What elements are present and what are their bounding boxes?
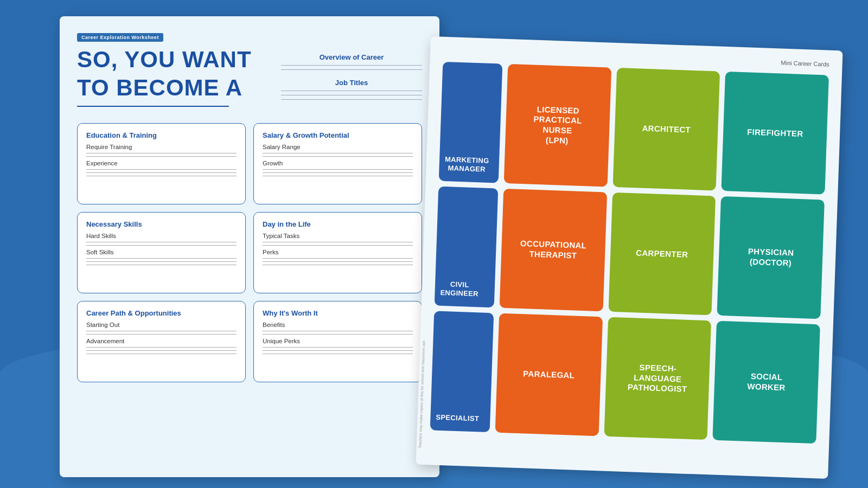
card-daylife: Day in the Life Typical Tasks Perks: [253, 212, 422, 293]
card-education-sub1: Require Training: [86, 144, 237, 150]
card-lpn: LICENSEDPRACTICALNURSE(LPN): [504, 64, 611, 187]
card-career-sub1: Starting Out: [86, 322, 237, 328]
card-occupational-therapist: OCCUPATIONALTHERAPIST: [500, 189, 607, 312]
card-daylife-line1: [263, 242, 413, 242]
card-daylife-line2: [263, 245, 413, 246]
card-speech-language: SPEECH-LANGUAGEPATHOLOGIST: [604, 317, 711, 440]
overview-section: Overview of Career Job Titles: [281, 53, 422, 104]
overview-label: Overview of Career: [281, 53, 422, 61]
worksheet-badge: Career Exploration Worksheet: [77, 33, 163, 42]
card-skills: Necessary Skills Hard Skills Soft Skills: [77, 212, 246, 293]
card-education-sub2: Experience: [86, 160, 237, 166]
job-title-line2: [281, 95, 422, 95]
card-education-line3: [86, 169, 237, 170]
watermark-text: Teachers may make copies of this for sch…: [418, 340, 425, 448]
card-salary-line4: [263, 172, 413, 173]
job-title-line3: [281, 99, 422, 100]
worksheet-paper: Career Exploration Worksheet SO, YOU WAN…: [60, 16, 439, 477]
card-career-sub2: Advancement: [86, 338, 237, 344]
card-worthit-sub2: Unique Perks: [263, 338, 413, 344]
card-worthit-line2: [263, 334, 413, 335]
card-salary-sub2: Growth: [263, 160, 413, 166]
card-skills-sub1: Hard Skills: [86, 233, 237, 239]
card-worthit: Why It's Worth It Benefits Unique Perks: [253, 301, 422, 382]
card-daylife-line4: [263, 261, 413, 262]
card-education-line1: [86, 153, 237, 153]
card-worthit-title: Why It's Worth It: [263, 309, 413, 317]
card-paralegal: PARALEGAL: [495, 313, 603, 436]
card-education-line4: [86, 172, 237, 173]
card-salary-line5: [263, 176, 413, 176]
card-salary: Salary & Growth Potential Salary Range G…: [253, 123, 422, 204]
card-skills-line4: [86, 261, 237, 262]
card-career: Career Path & Opportunities Starting Out…: [77, 301, 246, 382]
card-skills-line5: [86, 265, 237, 265]
card-worthit-line4: [263, 350, 413, 351]
overview-line2: [281, 69, 422, 70]
worksheet-grid: Education & Training Require Training Ex…: [77, 123, 422, 382]
card-worthit-line5: [263, 354, 413, 354]
card-career-line2: [86, 334, 237, 335]
card-daylife-title: Day in the Life: [263, 220, 413, 228]
card-physician: PHYSICIAN(DOCTOR): [717, 196, 825, 319]
card-skills-line2: [86, 245, 237, 246]
card-marketing-manager: MARKETINGMANAGER: [439, 62, 503, 183]
overview-line1: [281, 65, 422, 66]
job-title-line1: [281, 91, 422, 91]
card-daylife-line5: [263, 265, 413, 265]
card-specialist: SPECIALIST: [430, 311, 494, 433]
card-skills-sub2: Soft Skills: [86, 249, 237, 255]
job-titles-label: Job Titles: [281, 79, 422, 87]
card-education: Education & Training Require Training Ex…: [77, 123, 246, 204]
card-education-line2: [86, 156, 237, 157]
card-firefighter: FIREFIGHTER: [722, 72, 829, 195]
card-salary-sub1: Salary Range: [263, 144, 413, 150]
card-career-title: Career Path & Opportunities: [86, 309, 237, 317]
career-cards-paper: Mini Career Cards MARKETINGMANAGER LICEN…: [416, 36, 843, 479]
card-career-line4: [86, 350, 237, 351]
card-salary-title: Salary & Growth Potential: [263, 131, 413, 139]
card-carpenter: CARPENTER: [608, 192, 716, 316]
card-worthit-line3: [263, 347, 413, 348]
card-education-line5: [86, 176, 237, 176]
card-career-line5: [86, 354, 237, 354]
card-daylife-sub1: Typical Tasks: [263, 233, 413, 239]
card-career-line3: [86, 347, 237, 348]
card-daylife-sub2: Perks: [263, 249, 413, 255]
card-salary-line3: [263, 169, 413, 170]
card-daylife-line3: [263, 258, 413, 259]
card-civil-engineer: CIVILENGINEER: [435, 187, 499, 308]
card-education-title: Education & Training: [86, 131, 237, 139]
card-architect: ARCHITECT: [612, 68, 720, 191]
card-skills-line1: [86, 242, 237, 242]
card-social-worker: SOCIALWORKER: [713, 321, 820, 444]
card-salary-line2: [263, 156, 413, 157]
card-skills-title: Necessary Skills: [86, 220, 237, 228]
worksheet-blank-line: [77, 106, 229, 107]
card-career-line1: [86, 331, 237, 331]
card-salary-line1: [263, 153, 413, 153]
card-skills-line3: [86, 258, 237, 259]
card-worthit-sub1: Benefits: [263, 322, 413, 328]
card-worthit-line1: [263, 331, 413, 331]
